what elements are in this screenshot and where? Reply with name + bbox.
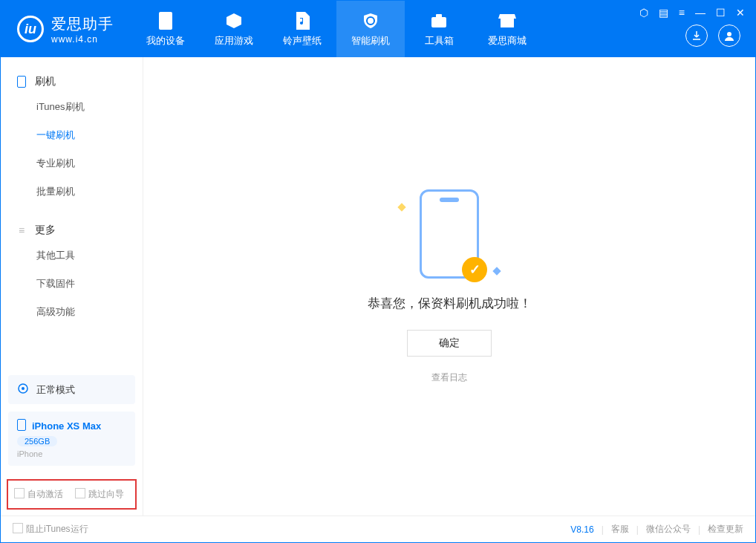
sidebar-title-label: 更多 — [35, 224, 56, 237]
sidebar-item-oneclick-flash[interactable]: 一键刷机 — [1, 121, 143, 149]
checkbox-label: 跳过向导 — [88, 489, 124, 499]
mode-icon — [17, 383, 29, 397]
skip-guide-checkbox[interactable]: 跳过向导 — [75, 488, 124, 501]
close-icon[interactable]: ✕ — [736, 7, 745, 19]
device-name: iPhone XS Max — [32, 420, 101, 432]
minimize-icon[interactable]: — — [695, 7, 706, 19]
checkbox-label: 阻止iTunes运行 — [26, 524, 88, 534]
nav-label: 应用游戏 — [215, 34, 253, 48]
device-card[interactable]: iPhone XS Max 256GB iPhone — [8, 412, 135, 466]
sidebar: 刷机 iTunes刷机 一键刷机 专业刷机 批量刷机 ≡ 更多 其他工具 下载固… — [1, 57, 143, 516]
sidebar-title-label: 刷机 — [35, 75, 56, 88]
checkbox-label: 自动激活 — [27, 489, 63, 499]
check-circle-icon: ✓ — [462, 257, 487, 282]
sidebar-item-itunes-flash[interactable]: iTunes刷机 — [1, 93, 143, 121]
footer-link-wechat[interactable]: 微信公众号 — [646, 523, 691, 536]
body: 刷机 iTunes刷机 一键刷机 专业刷机 批量刷机 ≡ 更多 其他工具 下载固… — [1, 57, 755, 516]
refresh-shield-icon — [360, 10, 381, 31]
mode-label: 正常模式 — [36, 383, 75, 397]
footer-link-support[interactable]: 客服 — [611, 523, 629, 536]
nav-label: 我的设备 — [146, 34, 185, 48]
success-message: 恭喜您，保资料刷机成功啦！ — [368, 295, 532, 312]
svg-rect-7 — [18, 420, 26, 431]
logo: iu 爱思助手 www.i4.cn — [1, 14, 114, 45]
svg-rect-1 — [431, 17, 446, 27]
sidebar-group-more: ≡ 更多 其他工具 下载固件 高级功能 — [1, 206, 143, 326]
sidebar-item-download-firmware[interactable]: 下载固件 — [1, 270, 143, 298]
nav-smart-flash[interactable]: 智能刷机 — [336, 1, 405, 57]
success-illustration: ✓ — [420, 189, 479, 295]
user-button[interactable] — [718, 25, 740, 47]
list-icon: ≡ — [16, 224, 27, 236]
music-file-icon — [292, 10, 313, 31]
version-label: V8.16 — [570, 524, 593, 535]
storage-badge: 256GB — [17, 436, 57, 446]
checkbox-icon — [75, 488, 85, 498]
sidebar-item-pro-flash[interactable]: 专业刷机 — [1, 149, 143, 178]
footer-link-update[interactable]: 检查更新 — [708, 523, 743, 536]
svg-point-6 — [22, 387, 25, 390]
block-itunes-checkbox[interactable]: 阻止iTunes运行 — [13, 523, 88, 536]
app-window: iu 爱思助手 www.i4.cn 我的设备 应用游戏 铃声壁纸 智能刷机 — [0, 0, 756, 543]
footer: 阻止iTunes运行 V8.16 | 客服 | 微信公众号 | 检查更新 — [1, 516, 755, 542]
sparkle-icon — [492, 267, 501, 275]
toolbox-icon — [428, 10, 449, 31]
sidebar-device-area: 正常模式 iPhone XS Max 256GB iPhone — [1, 375, 143, 473]
titlebar: iu 爱思助手 www.i4.cn 我的设备 应用游戏 铃声壁纸 智能刷机 — [1, 1, 755, 57]
sidebar-title-more: ≡ 更多 — [1, 219, 143, 241]
nav-toolbox[interactable]: 工具箱 — [405, 1, 473, 57]
auto-activate-checkbox[interactable]: 自动激活 — [14, 488, 63, 501]
top-nav: 我的设备 应用游戏 铃声壁纸 智能刷机 工具箱 爱思商城 — [131, 1, 541, 57]
device-type: iPhone — [17, 449, 126, 458]
nav-ringtones[interactable]: 铃声壁纸 — [268, 1, 336, 57]
nav-store[interactable]: 爱思商城 — [473, 1, 541, 57]
header-right-buttons — [685, 25, 740, 47]
checkbox-icon — [14, 488, 25, 498]
nav-my-device[interactable]: 我的设备 — [131, 1, 200, 57]
checkbox-icon — [13, 523, 23, 533]
cube-icon — [224, 10, 244, 31]
sparkle-icon — [397, 203, 405, 211]
svg-point-3 — [727, 32, 731, 36]
device-icon — [155, 10, 176, 31]
footer-right: V8.16 | 客服 | 微信公众号 | 检查更新 — [570, 523, 743, 536]
app-url: www.i4.cn — [51, 34, 114, 45]
svg-rect-2 — [436, 14, 442, 18]
logo-icon: iu — [17, 16, 44, 42]
download-button[interactable] — [685, 25, 708, 47]
shop-icon — [497, 10, 518, 31]
highlight-options: 自动激活 跳过向导 — [7, 479, 137, 510]
app-name: 爱思助手 — [51, 14, 114, 34]
sidebar-group-flash: 刷机 iTunes刷机 一键刷机 专业刷机 批量刷机 — [1, 57, 143, 206]
phone-icon — [16, 76, 27, 88]
svg-rect-0 — [159, 12, 172, 30]
sidebar-item-advanced[interactable]: 高级功能 — [1, 298, 143, 326]
sidebar-item-batch-flash[interactable]: 批量刷机 — [1, 178, 143, 206]
svg-rect-4 — [18, 77, 26, 88]
maximize-icon[interactable]: ☐ — [716, 7, 726, 19]
main-content: ✓ 恭喜您，保资料刷机成功啦！ 确定 查看日志 — [143, 57, 755, 516]
nav-apps-games[interactable]: 应用游戏 — [200, 1, 268, 57]
nav-label: 智能刷机 — [351, 34, 390, 48]
sidebar-title-flash: 刷机 — [1, 71, 143, 93]
menu-icon[interactable]: ≡ — [679, 7, 685, 19]
phone-illustration-icon: ✓ — [420, 189, 479, 279]
sidebar-item-other-tools[interactable]: 其他工具 — [1, 241, 143, 270]
device-icon — [17, 419, 26, 433]
mode-card[interactable]: 正常模式 — [8, 375, 135, 404]
view-log-link[interactable]: 查看日志 — [431, 371, 467, 384]
ok-button[interactable]: 确定 — [407, 330, 492, 357]
shirt-icon[interactable]: ⬡ — [639, 7, 648, 19]
nav-label: 工具箱 — [425, 34, 454, 48]
window-controls: ⬡ ▤ ≡ — ☐ ✕ — [639, 7, 745, 19]
nav-label: 铃声壁纸 — [283, 34, 322, 48]
list-icon[interactable]: ▤ — [659, 7, 668, 19]
nav-label: 爱思商城 — [488, 34, 527, 48]
